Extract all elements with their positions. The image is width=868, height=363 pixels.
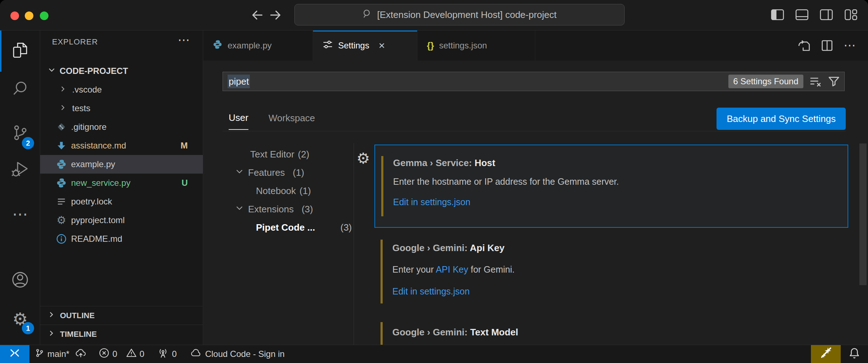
customize-layout-button[interactable] xyxy=(843,7,859,23)
toc-item-text-editor[interactable]: Text Editor (2) xyxy=(223,145,354,164)
tree-item-new-service-py[interactable]: new_service.py U xyxy=(40,174,203,192)
results-count-badge: 6 Settings Found xyxy=(728,75,803,88)
file-tree: CODE-PROJECT .vscode tests .gitignore xyxy=(40,62,203,248)
setting-row-google-gemini-api-key[interactable]: Google › Gemini: Api Key Enter your API … xyxy=(374,237,848,308)
git-icon xyxy=(56,122,67,132)
lock-file-lines-icon xyxy=(56,197,67,207)
edit-in-settings-json-link[interactable]: Edit in settings.json xyxy=(392,286,470,297)
settings-search-input[interactable]: pipet 6 Settings Found xyxy=(223,72,845,91)
toc-item-notebook[interactable]: Notebook (1) xyxy=(223,182,354,200)
arrow-right-icon xyxy=(269,9,282,23)
cloud-icon xyxy=(190,348,202,360)
account-icon xyxy=(11,270,29,291)
more-actions-icon[interactable]: ⋯ xyxy=(844,43,856,48)
scope-tab-user[interactable]: User xyxy=(229,106,248,130)
tree-root-code-project[interactable]: CODE-PROJECT xyxy=(40,62,203,80)
more-icon: ⋯ xyxy=(12,210,28,218)
tree-item-poetry-lock[interactable]: poetry.lock xyxy=(40,192,203,211)
tree-item-readme-md[interactable]: README.md xyxy=(40,230,203,248)
info-icon xyxy=(56,234,67,244)
vscode-window: [Extension Development Host] code-projec… xyxy=(0,0,868,363)
ports-status-item[interactable]: 0 xyxy=(157,345,177,363)
spark-slash-icon xyxy=(820,346,832,362)
activity-settings[interactable]: ⚙ 1 xyxy=(0,301,40,338)
activity-more-views[interactable]: ⋯ xyxy=(0,197,40,231)
git-status-badge: U xyxy=(182,178,188,188)
backup-sync-settings-button[interactable]: Backup and Sync Settings xyxy=(717,108,846,130)
json-braces-icon: {} xyxy=(427,40,434,51)
timeline-section-header[interactable]: TIMELINE xyxy=(40,325,203,343)
outline-section-header[interactable]: OUTLINE xyxy=(40,306,203,325)
settings-badge: 1 xyxy=(22,322,34,334)
tree-item-vscode-folder[interactable]: .vscode xyxy=(40,80,203,99)
bell-icon xyxy=(848,347,860,361)
filter-icon[interactable] xyxy=(828,75,840,88)
layout-panel-icon xyxy=(795,9,809,22)
setting-row-google-gemini-text-model[interactable]: Google › Gemini: Text Model xyxy=(374,319,848,345)
toc-item-pipet-code[interactable]: Pipet Code ... (3) xyxy=(223,218,354,237)
toggle-panel-button[interactable] xyxy=(794,7,810,23)
split-editor-icon[interactable] xyxy=(821,39,834,52)
notifications-item[interactable] xyxy=(841,345,868,363)
macos-minimize-button[interactable] xyxy=(25,11,33,20)
modified-indicator xyxy=(381,240,383,303)
open-changes-icon[interactable] xyxy=(798,39,811,52)
settings-editor: pipet 6 Settings Found User Workspace Ba… xyxy=(203,61,868,345)
git-branch-icon xyxy=(35,348,44,360)
search-value: pipet xyxy=(228,76,250,87)
cloud-code-status-item[interactable]: Cloud Code - Sign in xyxy=(190,345,284,363)
activity-source-control[interactable]: 2 xyxy=(0,115,40,152)
scrollbar-thumb[interactable] xyxy=(859,143,867,285)
toc-item-extensions[interactable]: Extensions (3) xyxy=(223,200,354,218)
command-center[interactable]: [Extension Development Host] code-projec… xyxy=(294,4,625,25)
python-icon xyxy=(56,159,67,170)
tree-item-pyproject-toml[interactable]: ⚙ pyproject.toml xyxy=(40,211,203,230)
tree-item-example-py[interactable]: example.py xyxy=(40,155,203,174)
tab-example-py[interactable]: example.py xyxy=(203,30,313,61)
macos-zoom-button[interactable] xyxy=(40,11,48,20)
layout-controls xyxy=(770,7,859,23)
layout-sidebar-right-icon xyxy=(820,9,833,22)
navigate-back-button[interactable] xyxy=(250,8,265,23)
activity-explorer[interactable] xyxy=(0,32,40,70)
editor-actions: ⋯ xyxy=(798,30,868,61)
explorer-more-actions-button[interactable]: ⋯ xyxy=(176,33,192,46)
close-icon[interactable]: × xyxy=(379,40,385,51)
remote-indicator[interactable] xyxy=(0,345,29,363)
activity-run-debug[interactable] xyxy=(0,151,40,188)
toc-item-features[interactable]: Features (1) xyxy=(223,164,354,182)
toc-list-divider xyxy=(354,143,354,345)
problems-status-item[interactable]: 0 0 xyxy=(99,345,144,363)
sync-changes-item[interactable] xyxy=(75,345,87,363)
setting-gear-icon[interactable]: ⚙ xyxy=(356,151,370,166)
settings-sliders-icon xyxy=(322,39,333,52)
setting-title: Google › Gemini: Text Model xyxy=(392,327,848,338)
api-key-link[interactable]: API Key xyxy=(436,264,468,274)
search-controls: 6 Settings Found xyxy=(728,75,844,88)
scope-tab-workspace[interactable]: Workspace xyxy=(269,106,315,130)
status-bar-right xyxy=(811,345,868,363)
toggle-primary-sidebar-button[interactable] xyxy=(770,7,785,23)
branch-status-item[interactable]: main* xyxy=(35,345,69,363)
tree-item-gitignore[interactable]: .gitignore xyxy=(40,118,203,136)
cloud-upload-icon xyxy=(75,348,87,360)
tree-item-assistance-md[interactable]: assistance.md M xyxy=(40,136,203,155)
tree-item-tests-folder[interactable]: tests xyxy=(40,99,203,118)
macos-close-button[interactable] xyxy=(10,11,19,20)
activity-accounts[interactable] xyxy=(0,262,40,299)
chevron-right-icon xyxy=(59,85,66,95)
tab-settings[interactable]: Settings × xyxy=(313,30,417,61)
chevron-down-icon xyxy=(235,167,244,178)
assist-disabled-item[interactable] xyxy=(811,345,841,363)
editor-group: example.py Settings × {} settings.json xyxy=(203,30,868,345)
settings-scope-tabs: User Workspace Backup and Sync Settings xyxy=(223,106,846,131)
setting-title: Google › Gemini: Api Key xyxy=(392,242,848,254)
tab-settings-json[interactable]: {} settings.json xyxy=(417,30,535,61)
status-bar: main* 0 0 0 Cl xyxy=(0,345,868,363)
clear-search-icon[interactable] xyxy=(809,75,822,88)
navigate-forward-button[interactable] xyxy=(268,8,283,23)
toggle-secondary-sidebar-button[interactable] xyxy=(818,7,834,23)
setting-row-gemma-service-host[interactable]: Gemma › Service: Host Enter the hostname… xyxy=(374,145,848,228)
activity-search[interactable] xyxy=(0,71,40,108)
edit-in-settings-json-link[interactable]: Edit in settings.json xyxy=(393,197,470,207)
